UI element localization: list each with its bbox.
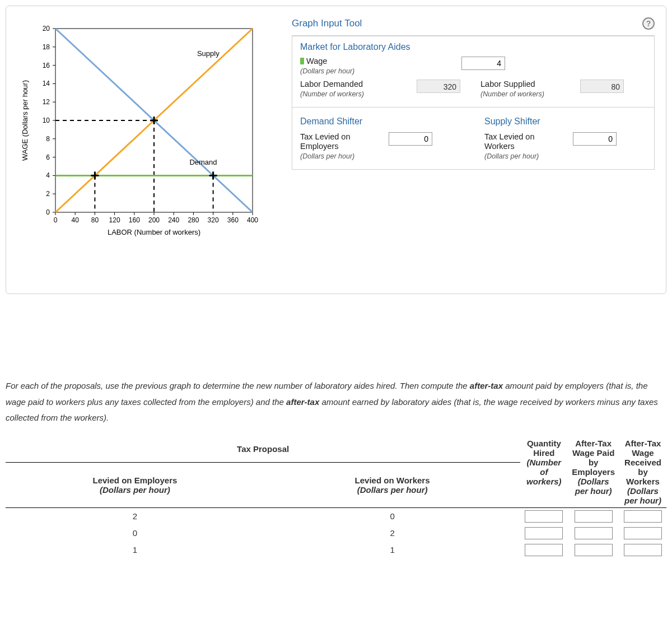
- th-qty-sub: (Number of workers): [525, 458, 563, 486]
- market-title: Market for Laboratory Aides: [300, 42, 646, 52]
- svg-text:280: 280: [188, 216, 199, 224]
- svg-text:120: 120: [109, 216, 120, 224]
- wage-sublabel: (Dollars per hour): [300, 67, 354, 75]
- th-tax-proposal: Tax Proposal: [6, 436, 520, 463]
- wage-input[interactable]: [461, 57, 505, 70]
- th-lev-emp-sub: (Dollars per hour): [10, 485, 260, 495]
- input-tool: Graph Input Tool ? Market for Laboratory…: [292, 17, 655, 243]
- tax-workers-sublabel: (Dollars per hour): [484, 152, 539, 160]
- svg-text:160: 160: [129, 216, 140, 224]
- tool-title: Graph Input Tool: [292, 18, 362, 29]
- cell-lev-emp: 2: [6, 507, 264, 525]
- th-lev-wrk: Levied on Workers: [269, 476, 516, 485]
- qty-input[interactable]: [525, 544, 563, 556]
- table-row: 11: [6, 542, 666, 558]
- labor-supplied-label: Labor Supplied: [480, 80, 535, 88]
- tax-workers-label: Tax Levied on Workers: [484, 132, 534, 151]
- svg-text:40: 40: [72, 216, 80, 224]
- tax-proposal-table: Tax Proposal Quantity Hired (Number of w…: [6, 436, 666, 558]
- recv-input[interactable]: [624, 544, 662, 556]
- svg-text:Supply: Supply: [197, 49, 220, 58]
- svg-text:0: 0: [54, 216, 58, 224]
- demand-shifter-title: Demand Shifter: [300, 117, 462, 127]
- instructions-text: For each of the proposals, use the previ…: [6, 378, 666, 426]
- th-lev-wrk-sub: (Dollars per hour): [269, 485, 516, 495]
- graph-area: 0408012016020024028032036040002468101214…: [17, 17, 275, 243]
- tax-employers-input[interactable]: [389, 132, 432, 146]
- qty-input[interactable]: [525, 527, 563, 539]
- cell-lev-wrk: 1: [264, 542, 520, 558]
- svg-text:80: 80: [91, 216, 99, 224]
- svg-text:6: 6: [46, 153, 50, 161]
- cell-lev-wrk: 0: [264, 507, 520, 525]
- svg-text:200: 200: [148, 216, 160, 224]
- labor-supplied-sublabel: (Number of workers): [480, 90, 544, 98]
- th-paid-sub: (Dollars per hour): [572, 477, 615, 496]
- table-row: 20: [6, 507, 666, 525]
- table-row: 02: [6, 525, 666, 542]
- svg-text:320: 320: [208, 216, 219, 224]
- recv-input[interactable]: [624, 510, 662, 523]
- svg-text:360: 360: [227, 216, 239, 224]
- labor-demanded-sublabel: (Number of workers): [300, 90, 364, 98]
- wage-label: Wage: [306, 57, 327, 66]
- wage-color-swatch: [300, 58, 304, 64]
- tax-employers-label: Tax Levied on Employers: [300, 132, 350, 151]
- svg-text:Demand: Demand: [189, 158, 217, 166]
- svg-text:18: 18: [43, 43, 50, 51]
- help-icon[interactable]: ?: [642, 17, 655, 30]
- cell-lev-emp: 0: [6, 525, 264, 542]
- svg-text:400: 400: [247, 216, 258, 224]
- paid-input[interactable]: [575, 527, 613, 539]
- recv-input[interactable]: [624, 527, 662, 539]
- svg-text:2: 2: [46, 190, 50, 198]
- svg-text:240: 240: [168, 216, 179, 224]
- paid-input[interactable]: [575, 544, 613, 556]
- th-qty: Quantity Hired: [525, 439, 563, 458]
- supply-demand-chart[interactable]: 0408012016020024028032036040002468101214…: [17, 17, 264, 241]
- qty-input[interactable]: [525, 510, 563, 523]
- paid-input[interactable]: [575, 510, 613, 523]
- th-recv: After-Tax Wage Received by Workers: [624, 439, 662, 486]
- tax-workers-input[interactable]: [573, 132, 617, 146]
- labor-demanded-value: 320: [417, 80, 460, 93]
- graph-tool-panel: 0408012016020024028032036040002468101214…: [6, 6, 666, 294]
- svg-text:LABOR (Number of workers): LABOR (Number of workers): [108, 228, 200, 236]
- th-recv-sub: (Dollars per hour): [624, 486, 662, 505]
- th-paid: After-Tax Wage Paid by Employers: [572, 439, 615, 477]
- svg-text:20: 20: [43, 25, 50, 32]
- labor-supplied-value: 80: [580, 80, 624, 93]
- svg-text:8: 8: [46, 135, 50, 143]
- cell-lev-wrk: 2: [264, 525, 520, 542]
- svg-text:WAGE (Dollars per hour): WAGE (Dollars per hour): [21, 80, 29, 161]
- svg-text:14: 14: [43, 80, 50, 87]
- supply-shifter-title: Supply Shifter: [484, 117, 646, 127]
- th-lev-emp: Levied on Employers: [10, 476, 260, 485]
- cell-lev-emp: 1: [6, 542, 264, 558]
- labor-demanded-label: Labor Demanded: [300, 80, 363, 88]
- svg-text:10: 10: [43, 117, 50, 124]
- svg-text:0: 0: [46, 208, 50, 216]
- tax-employers-sublabel: (Dollars per hour): [300, 152, 354, 160]
- svg-text:12: 12: [43, 98, 50, 106]
- svg-text:4: 4: [46, 171, 50, 179]
- svg-text:16: 16: [43, 62, 50, 69]
